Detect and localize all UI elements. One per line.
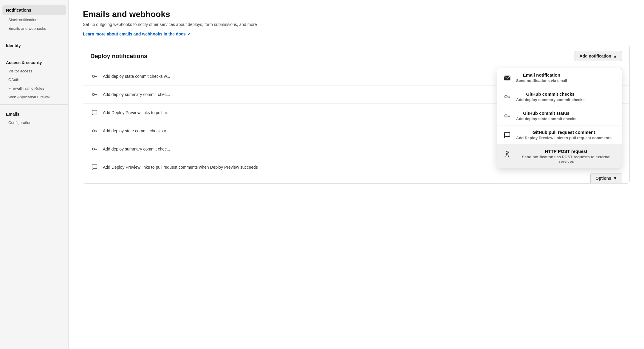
dropdown-http-desc: Send notifications as POST requests to e… bbox=[516, 155, 616, 164]
dropdown-item-github-checks[interactable]: GitHub commit checks Add deploy summary … bbox=[497, 87, 622, 106]
key-icon-status bbox=[502, 111, 512, 121]
chat-icon-5 bbox=[90, 163, 99, 171]
dropdown-pr-title: GitHub pull request comment bbox=[516, 130, 612, 135]
notification-text-2: Add Deploy Preview links to pull re... bbox=[103, 110, 171, 115]
svg-point-1 bbox=[505, 96, 507, 98]
notification-text-4: Add deploy summary commit chec... bbox=[103, 147, 170, 151]
notification-text-1: Add deploy summary commit chec... bbox=[103, 92, 170, 97]
dropdown-email-desc: Send notifications via email bbox=[516, 78, 567, 83]
docs-link[interactable]: Learn more about emails and webhooks in … bbox=[83, 32, 191, 36]
key-icon-4 bbox=[90, 145, 99, 153]
dropdown-item-email[interactable]: Email notification Send notifications vi… bbox=[497, 68, 622, 87]
svg-point-18 bbox=[92, 130, 95, 132]
dropdown-item-http-post[interactable]: HTTP POST request Send notifications as … bbox=[497, 145, 622, 168]
dropdown-checks-desc: Add deploy summary commit checks bbox=[516, 97, 585, 102]
key-icon-0 bbox=[90, 72, 99, 80]
notification-text-0: Add deploy state commit checks w... bbox=[103, 74, 170, 79]
chevron-down-icon: ▼ bbox=[613, 176, 617, 181]
sidebar-section-access-security: Access & security bbox=[0, 56, 68, 67]
svg-point-22 bbox=[92, 148, 95, 150]
sidebar-item-notifications[interactable]: Notifications bbox=[2, 5, 66, 15]
sidebar-item-oauth[interactable]: OAuth bbox=[0, 75, 68, 84]
dropdown-item-github-pr[interactable]: GitHub pull request comment Add Deploy P… bbox=[497, 125, 622, 145]
section-header: Deploy notifications Add notification ▲ bbox=[83, 45, 629, 67]
dropdown-pr-desc: Add Deploy Preview links to pull request… bbox=[516, 136, 612, 140]
dropdown-status-title: GitHub commit status bbox=[516, 111, 576, 116]
sidebar-item-configuration[interactable]: Configuration bbox=[0, 118, 68, 127]
key-icon-3 bbox=[90, 127, 99, 135]
chat-icon-2 bbox=[90, 108, 99, 117]
sidebar-item-emails-webhooks[interactable]: Emails and webhooks bbox=[0, 24, 68, 33]
dropdown-checks-title: GitHub commit checks bbox=[516, 91, 585, 97]
add-notification-dropdown: Email notification Send notifications vi… bbox=[497, 68, 622, 168]
dropdown-email-title: Email notification bbox=[516, 72, 567, 77]
chevron-up-icon: ▲ bbox=[613, 54, 617, 58]
sidebar-item-firewall-traffic[interactable]: Firewall Traffic Rules bbox=[0, 84, 68, 93]
dropdown-http-title: HTTP POST request bbox=[516, 149, 616, 154]
svg-point-10 bbox=[92, 75, 95, 77]
dropdown-item-github-status[interactable]: GitHub commit status Add deploy state co… bbox=[497, 106, 622, 125]
deploy-notifications-card: Deploy notifications Add notification ▲ bbox=[83, 45, 630, 184]
page-subtitle: Set up outgoing webhooks to notify other… bbox=[83, 21, 630, 28]
sidebar-item-visitor-access[interactable]: Visitor access bbox=[0, 67, 68, 75]
envelope-icon bbox=[502, 73, 512, 83]
add-notification-button[interactable]: Add notification ▲ Email notificat bbox=[575, 51, 622, 61]
notification-text-3: Add deploy state commit checks v... bbox=[103, 128, 169, 133]
options-button[interactable]: Options ▼ bbox=[590, 173, 622, 183]
key-icon-1 bbox=[90, 90, 99, 99]
hook-icon bbox=[502, 149, 512, 159]
sidebar-item-web-application-firewall[interactable]: Web Application Firewall bbox=[0, 93, 68, 101]
sidebar-divider-3 bbox=[0, 104, 68, 105]
sidebar-section-identity: Identity bbox=[0, 39, 68, 50]
main-content: Emails and webhooks Set up outgoing webh… bbox=[69, 0, 644, 349]
sidebar-section-emails: Emails bbox=[0, 108, 68, 118]
page-title: Emails and webhooks bbox=[83, 10, 630, 19]
section-title: Deploy notifications bbox=[90, 53, 147, 60]
svg-point-5 bbox=[505, 115, 507, 117]
sidebar-item-slack-notifications[interactable]: Slack notifications bbox=[0, 15, 68, 24]
chat-icon-pr bbox=[502, 130, 512, 140]
sidebar: Notifications Slack notifications Emails… bbox=[0, 0, 69, 349]
svg-point-14 bbox=[92, 93, 95, 95]
key-icon-checks bbox=[502, 92, 512, 102]
sidebar-divider-2 bbox=[0, 53, 68, 53]
sidebar-divider-1 bbox=[0, 36, 68, 36]
dropdown-status-desc: Add deploy state commit checks bbox=[516, 117, 576, 121]
notification-text-5: Add Deploy Preview links to pull request… bbox=[103, 165, 258, 170]
